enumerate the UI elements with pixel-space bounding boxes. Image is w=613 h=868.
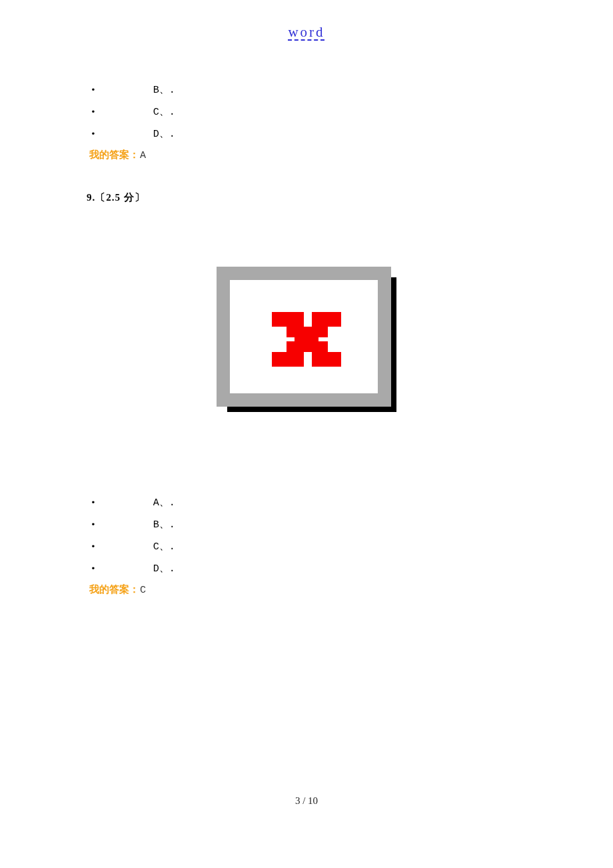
answer-value: A [140, 150, 146, 161]
list-item: C、. [87, 101, 526, 123]
option-text: B、. [153, 85, 175, 95]
option-text: A、. [153, 498, 175, 508]
list-item: D、. [87, 558, 526, 580]
q9-heading: 9.〔2.5 分〕 [87, 191, 526, 204]
list-item: D、. [87, 123, 526, 145]
q9-image-wrap [87, 267, 526, 412]
list-item: C、. [87, 536, 526, 558]
option-text: D、. [153, 129, 175, 139]
q8-options: B、. C、. D、. [87, 79, 526, 145]
option-text: B、. [153, 520, 175, 530]
option-text: D、. [153, 564, 175, 574]
answer-label: 我的答案： [89, 583, 139, 596]
answer-value: C [140, 585, 146, 596]
option-text: C、. [153, 107, 175, 117]
answer-label: 我的答案： [89, 149, 139, 161]
list-item: B、. [87, 514, 526, 536]
q9-options: A、. B、. C、. D、. [87, 492, 526, 580]
list-item: A、. [87, 492, 526, 514]
page-content: B、. C、. D、. 我的答案： A 9.〔2.5 分〕 A、. [0, 79, 613, 598]
broken-image-icon [217, 267, 396, 412]
header-link[interactable]: word [288, 24, 324, 40]
option-text: C、. [153, 542, 175, 552]
q9-answer-row: 我的答案： C [87, 581, 526, 598]
list-item: B、. [87, 79, 526, 101]
page-footer: 3 / 10 [0, 795, 613, 807]
q8-answer-row: 我的答案： A [87, 147, 526, 163]
x-icon [267, 308, 346, 371]
page-header: word [0, 0, 613, 41]
